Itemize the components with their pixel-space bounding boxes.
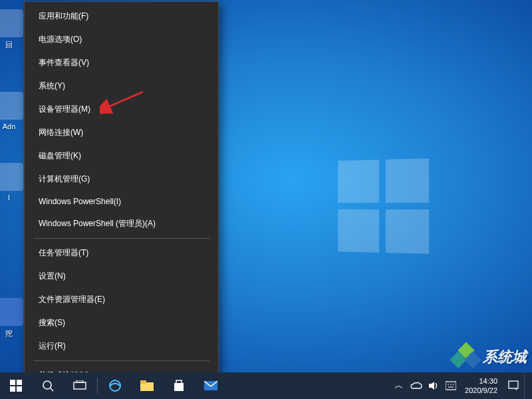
keyboard-icon — [446, 381, 456, 390]
taskbar-clock[interactable]: 14:30 2020/9/22 — [460, 372, 503, 399]
desktop-icon-label: 回 — [5, 41, 13, 49]
tray-overflow-button[interactable]: ︿ — [390, 372, 408, 399]
menu-item-device-manager[interactable]: 设备管理器(M) — [25, 98, 217, 121]
svg-marker-19 — [515, 388, 517, 390]
svg-point-2 — [43, 381, 51, 389]
svg-marker-12 — [429, 382, 434, 390]
menu-item-label: 应用和功能(F) — [39, 11, 88, 22]
menu-item-label: Windows PowerShell (管理员)(A) — [39, 218, 156, 229]
menu-item-label: 运行(R) — [39, 340, 66, 352]
watermark-text: 系统城 — [483, 347, 527, 367]
desktop-icon-label: 挖 — [5, 329, 13, 337]
menu-item-label: 任务管理器(T) — [39, 247, 88, 259]
menu-item-power-options[interactable]: 电源选项(O) — [25, 28, 217, 51]
menu-item-label: 电源选项(O) — [39, 34, 82, 45]
notification-icon — [508, 380, 519, 391]
edge-icon — [109, 380, 121, 392]
menu-item-computer-management[interactable]: 计算机管理(G) — [25, 168, 217, 191]
store-icon — [173, 380, 185, 392]
menu-item-label: 设置(N) — [39, 271, 66, 282]
wallpaper-windows-logo — [338, 158, 429, 253]
taskbar: ︿ 14:30 2020/9/22 — [0, 372, 532, 399]
pinned-app-explorer[interactable] — [131, 372, 163, 399]
menu-separator — [33, 360, 209, 361]
windows-start-icon — [10, 380, 22, 392]
menu-item-run[interactable]: 运行(R) — [25, 334, 217, 358]
file-explorer-icon — [140, 380, 154, 391]
svg-rect-18 — [509, 381, 518, 388]
menu-item-label: 设备管理器(M) — [39, 104, 90, 115]
menu-item-label: 系统(Y) — [39, 80, 65, 92]
menu-item-powershell[interactable]: Windows PowerShell(I) — [25, 191, 217, 212]
show-desktop-button[interactable] — [524, 372, 528, 399]
menu-item-apps-and-features[interactable]: 应用和功能(F) — [25, 5, 217, 28]
search-icon — [42, 380, 54, 392]
menu-item-event-viewer[interactable]: 事件查看器(V) — [25, 51, 217, 74]
menu-item-label: 文件资源管理器(E) — [39, 294, 105, 305]
menu-item-label: 搜索(S) — [39, 317, 65, 329]
tray-ime[interactable] — [442, 372, 460, 399]
desktop-icon[interactable]: 挖 — [0, 298, 27, 338]
app-icon — [0, 163, 23, 191]
desktop-icon-label: I — [8, 194, 10, 201]
svg-rect-13 — [446, 382, 456, 390]
svg-rect-10 — [176, 380, 182, 384]
svg-rect-9 — [174, 383, 184, 391]
menu-item-network-connections[interactable]: 网络连接(W) — [25, 121, 217, 144]
search-button[interactable] — [32, 372, 64, 399]
winx-context-menu: 应用和功能(F) 电源选项(O) 事件查看器(V) 系统(Y) 设备管理器(M)… — [24, 1, 219, 399]
start-button[interactable] — [0, 372, 32, 399]
pinned-app-store[interactable] — [163, 372, 195, 399]
menu-item-file-explorer[interactable]: 文件资源管理器(E) — [25, 288, 217, 311]
menu-item-label: 网络连接(W) — [39, 127, 83, 138]
mail-icon — [204, 381, 217, 390]
menu-item-label: 计算机管理(G) — [39, 174, 90, 185]
chevron-up-icon: ︿ — [394, 380, 404, 392]
menu-item-task-manager[interactable]: 任务管理器(T) — [25, 241, 217, 265]
desktop-icon[interactable]: I — [0, 163, 27, 201]
desktop[interactable]: 回 Adn I 挖 应用和功能(F) 电源选项(O) 事件查看器(V) 系统(Y… — [0, 0, 532, 399]
action-center-button[interactable] — [503, 372, 524, 399]
menu-separator — [33, 238, 209, 239]
menu-item-powershell-admin[interactable]: Windows PowerShell (管理员)(A) — [25, 212, 217, 235]
watermark-logo-icon — [451, 344, 480, 370]
app-icon — [0, 298, 23, 326]
speaker-icon — [428, 381, 439, 390]
menu-item-label: 磁盘管理(K) — [39, 150, 81, 162]
menu-item-settings[interactable]: 设置(N) — [25, 265, 217, 288]
pinned-app-mail[interactable] — [195, 372, 227, 399]
desktop-icon-label: Adn — [3, 122, 16, 130]
tray-volume[interactable] — [425, 372, 442, 399]
menu-item-label: 事件查看器(V) — [39, 57, 89, 68]
clock-time: 14:30 — [479, 376, 497, 386]
tray-onedrive[interactable] — [408, 372, 425, 399]
pinned-app-edge[interactable] — [99, 372, 131, 399]
cloud-icon — [410, 382, 422, 390]
taskbar-separator — [97, 378, 98, 394]
folder-icon — [0, 92, 23, 120]
svg-rect-4 — [74, 382, 86, 389]
clock-date: 2020/9/22 — [465, 386, 497, 395]
desktop-icon[interactable]: 回 — [0, 9, 27, 50]
svg-rect-8 — [140, 380, 146, 384]
svg-rect-5 — [76, 380, 83, 382]
menu-item-system[interactable]: 系统(Y) — [25, 74, 217, 98]
menu-item-label: Windows PowerShell(I) — [39, 197, 121, 206]
task-view-button[interactable] — [64, 372, 96, 399]
svg-line-3 — [51, 388, 53, 391]
recycle-bin-icon — [0, 9, 23, 37]
watermark: 系统城 — [451, 344, 527, 370]
menu-item-disk-management[interactable]: 磁盘管理(K) — [25, 144, 217, 168]
task-view-icon — [73, 380, 86, 391]
desktop-icon[interactable]: Adn — [0, 92, 27, 130]
menu-item-search[interactable]: 搜索(S) — [25, 311, 217, 334]
